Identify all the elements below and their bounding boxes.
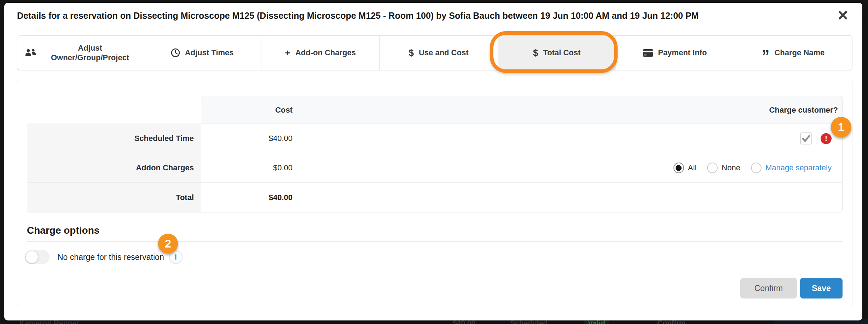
annotation-badge-1: 1: [831, 117, 851, 137]
tab-add-on-charges[interactable]: + Add-on Charges: [261, 36, 380, 70]
no-charge-label: No charge for this reservation: [57, 252, 164, 262]
screen: Kameron Renner $40.00 Scheduled Valid Co…: [0, 0, 868, 324]
cost-table-header: Cost Charge customer?: [201, 96, 843, 124]
divider: [27, 241, 843, 241]
radio-label-link[interactable]: Manage separately: [765, 163, 832, 172]
tab-label: Charge Name: [774, 48, 824, 58]
dollar-icon: $: [533, 47, 538, 58]
radio-label: All: [688, 163, 696, 172]
users-icon: [25, 48, 37, 57]
total-cost-panel: Cost Charge customer? Scheduled Time $40…: [17, 80, 852, 307]
row-cost-value: $40.00: [201, 124, 302, 153]
confirm-button[interactable]: Confirm: [740, 278, 797, 299]
radio-icon: [707, 163, 718, 173]
cost-table-body: Scheduled Time $40.00 ! Addon Charges $0…: [27, 124, 843, 212]
tab-total-cost[interactable]: $ Total Cost: [498, 36, 616, 70]
radio-icon: [673, 163, 684, 173]
modal-tabbar: Adjust Owner/Group/Project Adjust Times …: [17, 35, 852, 70]
tab-label: Payment Info: [658, 48, 707, 58]
error-icon: !: [821, 133, 832, 144]
tab-label: Add-on Charges: [295, 48, 356, 58]
modal-title: Details for a reservation on Dissecting …: [17, 11, 820, 21]
reservation-details-modal: Details for a reservation on Dissecting …: [4, 3, 862, 320]
row-label: Total: [27, 183, 201, 212]
radio-icon: [751, 163, 762, 173]
toggle-knob: [26, 251, 38, 263]
radio-option-none[interactable]: None: [707, 163, 740, 173]
credit-card-icon: [643, 49, 653, 57]
tab-charge-name[interactable]: ” Charge Name: [734, 36, 852, 70]
plus-icon: +: [285, 47, 290, 58]
tab-label: Adjust Owner/Group/Project: [42, 43, 143, 63]
cost-table: Cost Charge customer? Scheduled Time $40…: [27, 96, 843, 212]
clock-icon: [171, 48, 180, 57]
charge-options-heading: Charge options: [27, 225, 843, 236]
table-row-total: Total $40.00: [27, 183, 842, 212]
annotation-badge-2: 2: [158, 234, 178, 254]
row-label: Addon Charges: [27, 153, 201, 182]
tab-adjust-times[interactable]: Adjust Times: [143, 36, 261, 70]
row-cost-value: $0.00: [201, 153, 302, 182]
radio-option-all[interactable]: All: [673, 163, 696, 173]
table-row-scheduled-time: Scheduled Time $40.00 !: [27, 124, 842, 153]
modal-actions: Confirm Save: [740, 278, 843, 299]
tab-label: Adjust Times: [185, 48, 234, 58]
tab-label: Use and Cost: [419, 48, 469, 58]
tab-adjust-owner-group-project[interactable]: Adjust Owner/Group/Project: [17, 36, 143, 70]
row-cost-value: $40.00: [201, 183, 302, 212]
tab-payment-info[interactable]: Payment Info: [616, 36, 734, 70]
column-header-cost: Cost: [201, 106, 302, 115]
radio-label: None: [722, 163, 740, 172]
row-label: Scheduled Time: [27, 124, 201, 153]
save-button[interactable]: Save: [800, 278, 843, 299]
no-charge-toggle[interactable]: [25, 250, 50, 264]
dollar-icon: $: [409, 47, 413, 58]
addon-charge-radio-group: All None Manage separately: [673, 163, 832, 173]
tab-use-and-cost[interactable]: $ Use and Cost: [380, 36, 498, 70]
radio-option-manage-separately[interactable]: Manage separately: [751, 163, 832, 173]
table-row-addon-charges: Addon Charges $0.00 All None: [27, 153, 842, 183]
no-charge-row: No charge for this reservation i: [25, 250, 843, 264]
charge-customer-checkbox[interactable]: [800, 132, 812, 144]
tab-label: Total Cost: [543, 48, 580, 58]
close-icon: [838, 11, 847, 21]
close-button[interactable]: [837, 10, 849, 22]
column-header-charge-customer: Charge customer?: [302, 106, 842, 115]
